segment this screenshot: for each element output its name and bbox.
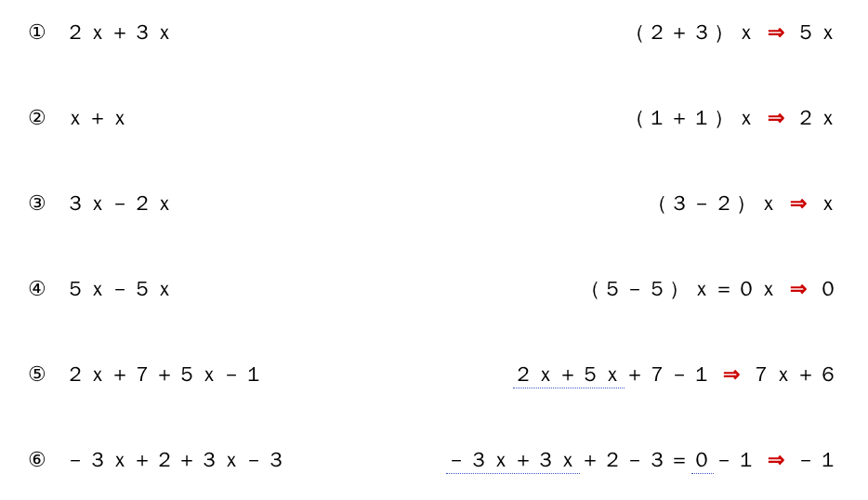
work-part: ＋７－１: [625, 362, 714, 386]
problem-row: ②ｘ＋ｘ（１＋１）ｘ⇒２ｘ: [28, 104, 840, 132]
arrow-icon: ⇒: [768, 448, 786, 471]
work-steps: （３－２）ｘ⇒ｘ: [647, 190, 840, 217]
problem-expression: ｘ＋ｘ: [65, 104, 132, 132]
answer: ５ｘ: [796, 20, 840, 44]
work-part: ２ｘ＋５ｘ: [513, 362, 625, 388]
work-steps: ２ｘ＋５ｘ＋７－１⇒７ｘ＋６: [513, 361, 840, 388]
answer: ｘ: [818, 191, 840, 215]
problem-number: ④: [28, 277, 65, 301]
work-text: （３－２）ｘ: [647, 191, 781, 215]
problem-expression: ２ｘ＋３ｘ: [65, 19, 177, 46]
work-part: ＋２－３＝: [580, 448, 691, 471]
problem-row: ①２ｘ＋３ｘ（２＋３）ｘ⇒５ｘ: [28, 19, 840, 46]
work-text: （２＋３）ｘ: [625, 20, 758, 44]
answer: －１: [796, 448, 840, 471]
problem-number: ①: [28, 20, 65, 45]
problem-expression: ５ｘ－５ｘ: [65, 275, 177, 303]
work-text: （５－５）ｘ＝０ｘ: [580, 277, 781, 300]
problem-row: ③３ｘ－２ｘ（３－２）ｘ⇒ｘ: [28, 190, 840, 217]
arrow-icon: ⇒: [768, 106, 786, 129]
work-steps: （２＋３）ｘ⇒５ｘ: [625, 19, 840, 46]
problem-number: ③: [28, 191, 65, 216]
arrow-icon: ⇒: [790, 277, 809, 300]
problem-number: ②: [28, 106, 65, 130]
work-text: （１＋１）ｘ: [625, 106, 758, 129]
problem-row: ⑥－３ｘ＋２＋３ｘ－３－３ｘ＋３ｘ＋２－３＝０－１⇒－１: [28, 446, 840, 474]
problem-number: ⑤: [28, 362, 65, 387]
work-steps: （１＋１）ｘ⇒２ｘ: [625, 104, 840, 132]
answer: ０: [818, 277, 840, 300]
work-part: ０: [691, 448, 714, 474]
arrow-icon: ⇒: [723, 362, 742, 386]
arrow-icon: ⇒: [768, 20, 786, 44]
problem-row: ④５ｘ－５ｘ（５－５）ｘ＝０ｘ⇒０: [28, 275, 840, 303]
answer: ７ｘ＋６: [751, 362, 840, 386]
work-part: －３ｘ＋３ｘ: [446, 448, 580, 474]
work-steps: －３ｘ＋３ｘ＋２－３＝０－１⇒－１: [446, 446, 840, 474]
problem-row: ⑤２ｘ＋７＋５ｘ－１２ｘ＋５ｘ＋７－１⇒７ｘ＋６: [28, 361, 840, 388]
problem-number: ⑥: [28, 448, 65, 472]
arrow-icon: ⇒: [790, 191, 809, 215]
work-part: －１: [714, 448, 758, 471]
work-steps: （５－５）ｘ＝０ｘ⇒０: [580, 275, 840, 303]
problem-expression: ２ｘ＋７＋５ｘ－１: [65, 361, 266, 388]
problem-expression: －３ｘ＋２＋３ｘ－３: [65, 446, 288, 474]
problem-expression: ３ｘ－２ｘ: [65, 190, 177, 217]
answer: ２ｘ: [796, 106, 840, 129]
